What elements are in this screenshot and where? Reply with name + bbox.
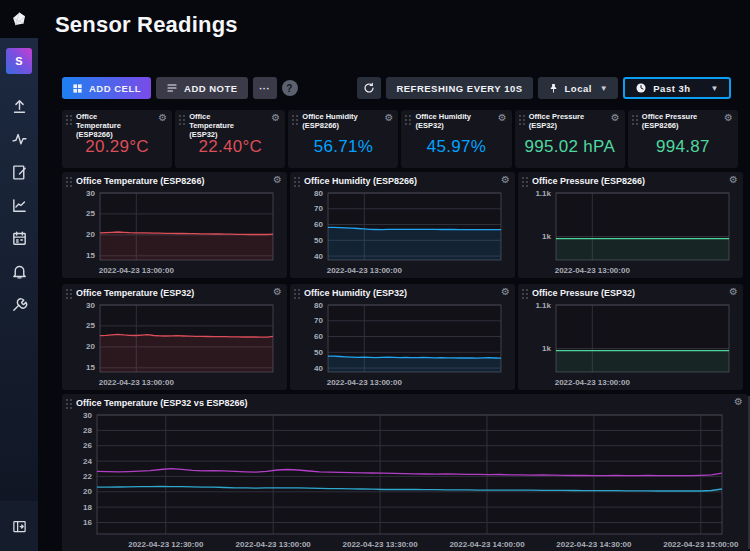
chart-cell: Office Temperature (ESP32) ⚙ 15202530202… [62,284,287,390]
settings-wrench-icon [11,296,28,313]
expand-sidebar-icon [12,519,27,534]
add-note-button[interactable]: ADD NOTE [156,77,248,99]
svg-text:20: 20 [86,342,95,351]
gear-icon[interactable]: ⚙ [501,287,510,297]
grid-icon [72,83,83,94]
add-cell-button[interactable]: ADD CELL [62,77,151,99]
svg-text:40: 40 [314,364,323,373]
add-cell-label: ADD CELL [89,83,141,94]
chart-cell: Office Humidity (ESP32) ⚙ 40506070802022… [290,284,515,390]
chart-title: Office Pressure (ESP8266) [532,176,645,186]
svg-text:1k: 1k [542,232,551,241]
svg-text:25: 25 [86,321,95,330]
chart-row-esp8266: Office Temperature (ESP8266) ⚙ 152025302… [62,172,743,278]
gear-icon[interactable]: ⚙ [273,175,282,185]
drag-handle-icon[interactable] [65,114,73,126]
nav-dashboards[interactable] [8,195,30,215]
stat-cell: Office Pressure (ESP32) ⚙ 995.02 hPA [515,110,625,168]
stat-cell: Office Temperature (ESP8266) ⚙ 20.29°C [62,110,172,168]
svg-text:50: 50 [314,348,323,357]
drag-handle-icon[interactable] [65,398,73,410]
drag-handle-icon[interactable] [404,114,412,126]
org-avatar[interactable]: S [6,48,32,74]
drag-handle-icon[interactable] [518,114,526,126]
clock-icon [635,82,647,94]
drag-handle-icon[interactable] [293,176,301,188]
svg-text:2022-04-23 13:00:00: 2022-04-23 13:00:00 [327,266,403,275]
gear-icon[interactable]: ⚙ [385,113,394,123]
time-range-dropdown[interactable]: Past 3h ▼ [623,77,731,99]
chart-cell: Office Pressure (ESP32) ⚙ 1k1.1k2022-04-… [518,284,743,390]
drag-handle-icon[interactable] [178,114,186,126]
gear-icon[interactable]: ⚙ [158,113,167,123]
drag-handle-icon[interactable] [521,176,529,188]
dashboards-icon [11,197,28,214]
drag-handle-icon[interactable] [65,176,73,188]
drag-handle-icon[interactable] [631,114,639,126]
chart-plot-area[interactable]: 40506070802022-04-23 13:00:00 [290,301,515,390]
svg-text:1.1k: 1.1k [535,189,551,198]
nav-data-explorer[interactable] [8,129,30,149]
nav-settings[interactable] [8,294,30,314]
chevron-down-icon: ▼ [600,84,608,93]
chart-row-comparison: Office Temperature (ESP32 vs ESP8266) ⚙ … [62,394,748,551]
expand-sidebar-button[interactable] [8,516,30,536]
dashboard-toolbar: ADD CELL ADD NOTE ··· ? REFRES [62,76,731,100]
gear-icon[interactable]: ⚙ [498,113,507,123]
gear-icon[interactable]: ⚙ [724,113,733,123]
gear-icon[interactable]: ⚙ [273,287,282,297]
svg-text:50: 50 [314,236,323,245]
svg-text:16: 16 [83,518,92,527]
nav-alerts[interactable] [8,261,30,281]
refresh-button[interactable] [357,77,381,99]
stat-title: Office Temperature (ESP32) [189,113,251,140]
notebooks-icon [11,164,28,181]
svg-text:2022-04-23 13:00:00: 2022-04-23 13:00:00 [236,540,312,549]
stat-title: Office Pressure (ESP32) [529,113,591,131]
drag-handle-icon[interactable] [291,114,299,126]
svg-text:60: 60 [314,332,323,341]
svg-text:70: 70 [314,204,323,213]
chart-plot-area[interactable]: 152025302022-04-23 13:00:00 [62,189,287,278]
drag-handle-icon[interactable] [293,288,301,300]
svg-text:20: 20 [83,487,92,496]
stat-title: Office Temperature (ESP8266) [76,113,138,140]
influxdb-logo[interactable] [8,9,30,29]
chart-plot-area[interactable]: 16182022242628302022-04-23 12:30:002022-… [62,411,748,551]
stat-title: Office Humidity (ESP8266) [302,113,364,131]
nav-notebooks[interactable] [8,162,30,182]
stat-cell: Office Humidity (ESP32) ⚙ 45.97% [401,110,511,168]
svg-text:60: 60 [314,220,323,229]
stat-value: 22.40°C [175,137,285,157]
nav-tasks[interactable] [8,228,30,248]
gear-icon[interactable]: ⚙ [611,113,620,123]
more-options-button[interactable]: ··· [253,77,277,99]
svg-text:1k: 1k [542,344,551,353]
gear-icon[interactable]: ⚙ [271,113,280,123]
question-mark-icon: ? [286,83,293,94]
gear-icon[interactable]: ⚙ [729,287,738,297]
chart-title: Office Pressure (ESP32) [532,288,635,298]
chart-plot-area[interactable]: 40506070802022-04-23 13:00:00 [290,189,515,278]
chart-plot-area[interactable]: 152025302022-04-23 13:00:00 [62,301,287,390]
dashboard-page: Sensor Readings ADD CELL ADD NOTE ··· [38,0,750,551]
svg-text:2022-04-23 13:00:00: 2022-04-23 13:00:00 [555,266,631,275]
drag-handle-icon[interactable] [521,288,529,300]
svg-text:15: 15 [86,251,95,260]
svg-text:40: 40 [314,252,323,261]
chart-plot-area[interactable]: 1k1.1k2022-04-23 13:00:00 [518,301,743,390]
svg-text:22: 22 [83,472,92,481]
add-note-label: ADD NOTE [184,83,238,94]
gear-icon[interactable]: ⚙ [501,175,510,185]
sidebar-logo-area [0,0,38,38]
drag-handle-icon[interactable] [65,288,73,300]
gear-icon[interactable]: ⚙ [729,175,738,185]
chart-plot-area[interactable]: 1k1.1k2022-04-23 13:00:00 [518,189,743,278]
refresh-interval-button[interactable]: REFRESHING EVERY 10S [386,77,532,99]
nav-upload[interactable] [8,96,30,116]
svg-text:30: 30 [86,189,95,198]
gear-icon[interactable]: ⚙ [734,397,743,407]
stat-value: 994.87 [628,137,738,157]
timezone-dropdown[interactable]: Local ▼ [538,77,619,99]
help-button[interactable]: ? [282,80,298,96]
